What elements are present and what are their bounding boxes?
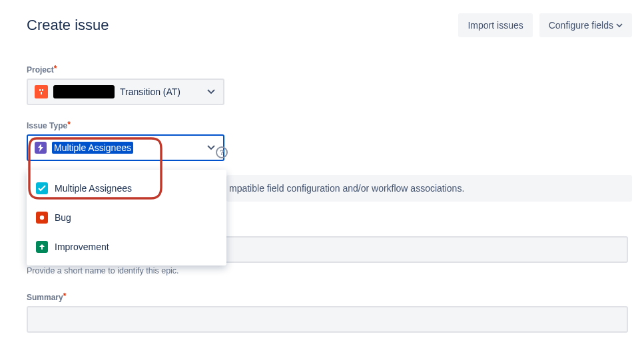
configure-fields-button[interactable]: Configure fields — [539, 13, 632, 37]
check-icon — [36, 182, 48, 194]
project-label: Project* — [27, 65, 632, 75]
import-issues-button[interactable]: Import issues — [458, 13, 532, 37]
issue-type-option-improvement[interactable]: Improvement — [27, 232, 226, 261]
issue-type-dropdown: Multiple Assignees Bug Improvement — [27, 170, 226, 265]
project-field: Project* Transition (AT) — [27, 65, 632, 105]
project-select[interactable]: Transition (AT) — [27, 79, 224, 105]
arrow-up-icon — [36, 241, 48, 253]
issue-type-field: Issue Type* Multiple Assignees — [27, 121, 632, 161]
option-label: Improvement — [55, 242, 109, 252]
required-asterisk: * — [54, 64, 57, 73]
required-asterisk: * — [67, 120, 71, 129]
option-label: Bug — [55, 212, 71, 223]
project-value-suffix: Transition (AT) — [120, 87, 180, 97]
page-title: Create issue — [27, 17, 109, 34]
summary-label: Summary* — [27, 293, 628, 302]
issue-type-select[interactable]: Multiple Assignees — [27, 134, 224, 161]
issue-type-option-multiple-assignees[interactable]: Multiple Assignees — [27, 174, 226, 203]
help-icon[interactable]: ? — [216, 146, 228, 158]
chevron-down-icon — [207, 145, 215, 150]
epic-helper-text: Provide a short name to identify this ep… — [27, 266, 179, 275]
issue-type-option-bug[interactable]: Bug — [27, 203, 226, 232]
issue-type-label-text: Issue Type — [27, 121, 67, 130]
header-actions: Import issues Configure fields — [458, 13, 632, 37]
summary-label-text: Summary — [27, 293, 63, 302]
project-icon — [35, 85, 48, 98]
summary-input[interactable] — [27, 306, 628, 333]
redacted-text — [53, 85, 115, 98]
svg-point-0 — [40, 216, 44, 220]
project-label-text: Project — [27, 65, 54, 75]
chevron-down-icon — [616, 23, 623, 27]
option-label: Multiple Assignees — [55, 183, 132, 194]
required-asterisk: * — [63, 291, 67, 301]
chevron-down-icon — [207, 89, 215, 94]
bug-icon — [36, 212, 48, 224]
issue-type-selected: Multiple Assignees — [52, 142, 133, 154]
issue-type-label: Issue Type* — [27, 121, 632, 130]
hint-text: mpatible field configuration and/or work… — [229, 183, 464, 194]
issue-type-hint: mpatible field configuration and/or work… — [226, 175, 632, 202]
summary-field: Summary* — [27, 293, 628, 333]
import-issues-label: Import issues — [468, 20, 523, 31]
configure-fields-label: Configure fields — [549, 20, 613, 31]
lightning-icon — [35, 142, 47, 154]
